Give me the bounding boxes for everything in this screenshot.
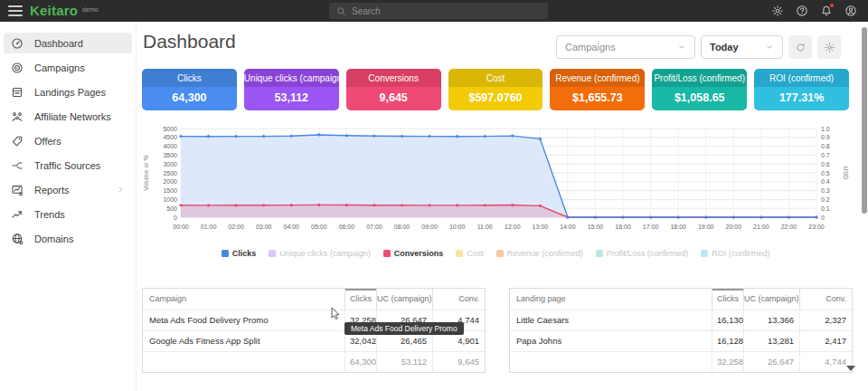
stat-card-label: Conversions <box>346 69 441 87</box>
svg-text:11:00: 11:00 <box>477 224 493 230</box>
svg-text:22:00: 22:00 <box>781 224 797 230</box>
svg-text:0: 0 <box>821 215 825 221</box>
svg-text:01:00: 01:00 <box>201 224 217 230</box>
campaigns-filter-select[interactable]: Campaigns <box>556 35 695 59</box>
column-header-conv-[interactable]: Conv. <box>799 289 852 310</box>
totals-cell: 64,300 <box>344 352 376 372</box>
legend-swatch <box>596 250 603 257</box>
legend-item-unique-clicks-campaign-[interactable]: Unique clicks (campaign) <box>269 249 371 258</box>
table-row[interactable]: Little Caesars16,13013,3662,327 <box>510 310 852 330</box>
legend-swatch <box>383 250 391 257</box>
totals-cell: 53,112 <box>376 352 432 372</box>
svg-text:10:00: 10:00 <box>449 224 466 230</box>
vertical-scrollbar[interactable] <box>862 27 867 214</box>
user-icon[interactable] <box>844 5 857 17</box>
app-logo[interactable]: Keitarodemo <box>30 2 99 23</box>
campaigns-filter-value: Campaigns <box>565 42 616 52</box>
row-value-cell: 13,366 <box>743 310 799 330</box>
gear-icon[interactable] <box>771 5 784 17</box>
row-value-cell: 16,128 <box>712 331 743 351</box>
totals-cell: 32,258 <box>712 352 743 372</box>
column-header-landing-page[interactable]: Landing page <box>510 289 712 310</box>
legend-item-revenue-confirmed-[interactable]: Revenue (confirmed) <box>496 249 583 258</box>
main-content: Dashboard Campaigns Today Clicks64,300Un… <box>136 22 855 391</box>
stat-card-clicks: Clicks64,300 <box>142 69 237 110</box>
svg-text:0.5: 0.5 <box>821 170 830 176</box>
trends-icon <box>11 208 24 221</box>
topbar: Keitarodemo Search <box>0 0 868 22</box>
sidebar-item-reports[interactable]: Reports <box>4 179 132 200</box>
demo-badge: demo <box>82 6 99 13</box>
column-header-campaign[interactable]: Campaign <box>143 289 344 310</box>
row-name-cell: Papa Johns <box>510 331 712 351</box>
svg-text:0.2: 0.2 <box>821 196 830 203</box>
svg-text:3000: 3000 <box>163 161 177 167</box>
summary-tables: CampaignClicksUC (campaign)Conv.Meta Ads… <box>142 288 853 373</box>
legend-item-conversions[interactable]: Conversions <box>383 249 444 258</box>
legend-swatch <box>496 250 504 257</box>
refresh-icon <box>795 42 807 53</box>
legend-label: Unique clicks (campaign) <box>279 249 371 258</box>
sidebar-item-campaigns[interactable]: Campaigns <box>4 57 132 78</box>
sidebar-item-trends[interactable]: Trends <box>4 204 132 224</box>
sidebar-item-domains[interactable]: Domains <box>4 228 132 249</box>
table-totals-row: 32,25826,6474,744 <box>510 351 852 372</box>
stat-card-label: Unique clicks (campaign) <box>244 69 339 87</box>
svg-text:17:00: 17:00 <box>643 224 659 230</box>
scroll-down-arrow[interactable] <box>846 366 855 371</box>
sidebar-item-dashboard[interactable]: Dashboard <box>4 33 132 53</box>
affiliate-icon <box>11 110 24 123</box>
stat-card-profit-loss-confirmed-: Profit/Loss (confirmed)$1,058.65 <box>652 69 747 110</box>
svg-text:02:00: 02:00 <box>228 224 244 230</box>
sidebar-item-traffic-sources[interactable]: Traffic Sources <box>4 155 132 176</box>
svg-text:21:00: 21:00 <box>753 224 769 230</box>
stat-card-conversions: Conversions9,645 <box>346 69 441 110</box>
date-range-select[interactable]: Today <box>701 35 783 59</box>
dashboard-settings-button[interactable] <box>817 35 841 59</box>
svg-text:15:00: 15:00 <box>588 224 604 230</box>
stat-card-value: 53,112 <box>244 87 339 110</box>
refresh-button[interactable] <box>788 35 812 59</box>
legend-item-roi-confirmed-[interactable]: ROI (confirmed) <box>701 249 769 258</box>
search-input[interactable]: Search <box>329 3 548 19</box>
toolbar: Campaigns Today <box>556 35 841 59</box>
column-header-uc-campaign-[interactable]: UC (campaign) <box>743 289 799 310</box>
column-header-clicks[interactable]: Clicks <box>344 289 376 310</box>
row-tooltip: Meta Ads Food Delivery Promo <box>344 322 464 335</box>
stat-card-value: $1,058.65 <box>652 87 747 110</box>
svg-text:1000: 1000 <box>163 196 177 203</box>
column-header-clicks[interactable]: Clicks <box>712 289 743 310</box>
notification-badge <box>830 4 834 7</box>
svg-text:2000: 2000 <box>163 178 177 185</box>
legend-label: ROI (confirmed) <box>712 249 769 258</box>
table-row[interactable]: Papa Johns16,12813,2812,417 <box>510 330 852 351</box>
stat-card-value: 64,300 <box>142 87 237 110</box>
legend-swatch <box>269 250 276 257</box>
sidebar-item-label: Campaigns <box>34 62 85 73</box>
svg-text:0.7: 0.7 <box>821 152 830 158</box>
menu-icon[interactable] <box>8 5 23 16</box>
bell-icon[interactable] <box>820 5 833 17</box>
legend-item-clicks[interactable]: Clicks <box>222 249 257 258</box>
svg-text:0.4: 0.4 <box>821 178 830 185</box>
svg-text:1500: 1500 <box>163 187 177 194</box>
sidebar-item-offers[interactable]: Offers <box>4 130 132 151</box>
column-header-uc-campaign-[interactable]: UC (campaign) <box>376 289 432 310</box>
legend-item-cost[interactable]: Cost <box>456 249 484 258</box>
svg-text:0: 0 <box>174 215 177 221</box>
legend-label: Cost <box>467 249 484 258</box>
logo-text: Keitaro <box>30 3 78 18</box>
sidebar-item-affiliate-networks[interactable]: Affiliate Networks <box>4 106 132 127</box>
svg-text:2500: 2500 <box>163 170 177 176</box>
legend-item-profit-loss-confirmed-[interactable]: Profit/Loss (confirmed) <box>596 249 689 258</box>
svg-text:5000: 5000 <box>163 126 177 132</box>
column-header-conv-[interactable]: Conv. <box>432 289 485 310</box>
row-name-cell: Little Caesars <box>510 310 712 330</box>
help-icon[interactable] <box>796 5 808 17</box>
svg-text:20:00: 20:00 <box>726 224 742 230</box>
sidebar-item-label: Offers <box>34 136 61 147</box>
search-placeholder: Search <box>352 6 381 16</box>
legend-swatch <box>701 250 708 257</box>
svg-text:0.3: 0.3 <box>821 187 830 194</box>
sidebar-item-landings-pages[interactable]: Landings Pages <box>4 81 132 102</box>
